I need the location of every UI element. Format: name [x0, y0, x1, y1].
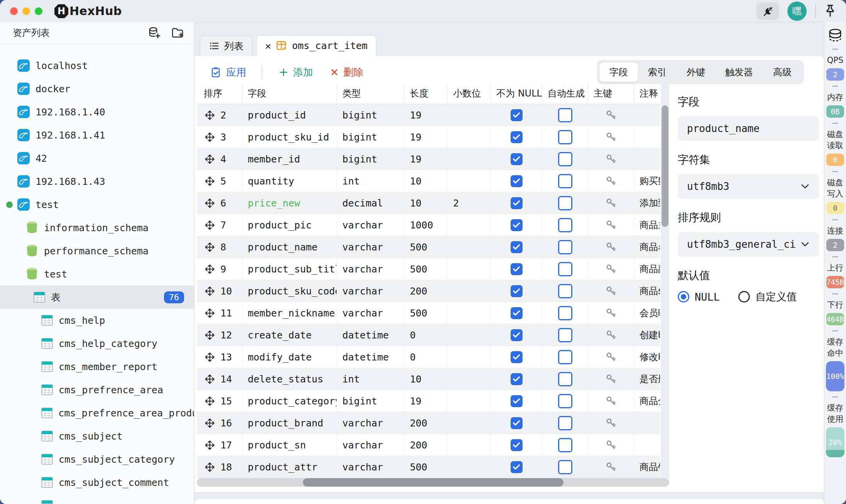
field-row-product_brand[interactable]: 16product_brandvarchar200: [197, 412, 660, 434]
field-name-cell[interactable]: product_sub_title: [242, 258, 337, 280]
comment-cell[interactable]: [634, 126, 660, 148]
length-cell[interactable]: 19: [404, 390, 448, 412]
not-null-checkbox[interactable]: [511, 417, 523, 429]
length-cell[interactable]: 10: [404, 170, 448, 192]
add-group-button[interactable]: [171, 26, 184, 39]
decimals-cell[interactable]: [448, 104, 491, 126]
decimals-cell[interactable]: [448, 390, 491, 412]
not-null-checkbox[interactable]: [511, 197, 523, 209]
drag-reorder-icon[interactable]: [205, 242, 215, 252]
length-cell[interactable]: 10: [404, 368, 448, 390]
not-null-checkbox[interactable]: [511, 109, 523, 121]
type-cell[interactable]: int: [337, 368, 404, 390]
field-row-member_id[interactable]: 4member_idbigint19: [197, 148, 660, 170]
field-name-cell[interactable]: delete_status: [242, 368, 337, 390]
auto-generate-checkbox[interactable]: [558, 240, 572, 254]
comment-cell[interactable]: [634, 148, 660, 170]
vertical-scrollbar[interactable]: [661, 83, 669, 479]
not-null-checkbox[interactable]: [511, 329, 523, 341]
type-cell[interactable]: int: [337, 170, 404, 192]
auto-generate-checkbox[interactable]: [558, 394, 572, 408]
design-tab-外键[interactable]: 外键: [677, 63, 715, 82]
comment-cell[interactable]: [634, 104, 660, 126]
field-name-input[interactable]: product_name: [678, 116, 819, 141]
drag-reorder-icon[interactable]: [205, 198, 215, 208]
length-cell[interactable]: 19: [404, 148, 448, 170]
radio-selected-icon[interactable]: [678, 291, 689, 303]
length-cell[interactable]: 19: [404, 104, 448, 126]
primary-key-icon[interactable]: [606, 286, 616, 296]
decimals-cell[interactable]: [448, 434, 491, 456]
field-name-cell[interactable]: product_attr: [242, 456, 337, 478]
radio-unselected-icon[interactable]: [738, 291, 750, 303]
horizontal-scrollbar-thumb[interactable]: [303, 478, 563, 487]
sidebar-item-192.168.1.40[interactable]: 192.168.1.40: [0, 100, 194, 123]
theme-toggle-button[interactable]: [756, 3, 779, 20]
comment-cell[interactable]: 修改时: [634, 346, 660, 368]
comment-cell[interactable]: 会员昵: [634, 302, 660, 324]
length-cell[interactable]: 0: [404, 346, 448, 368]
length-cell[interactable]: 19: [404, 126, 448, 148]
decimals-cell[interactable]: [448, 368, 491, 390]
comment-cell[interactable]: [634, 434, 660, 456]
decimals-cell[interactable]: [448, 236, 491, 258]
auto-generate-checkbox[interactable]: [558, 416, 572, 430]
drag-reorder-icon[interactable]: [205, 330, 215, 340]
sidebar-item-cms_subject_category[interactable]: cms_subject_category: [0, 448, 194, 471]
sidebar-item-docker[interactable]: docker: [0, 77, 194, 100]
auto-generate-checkbox[interactable]: [558, 108, 572, 122]
field-name-cell[interactable]: member_id: [242, 148, 337, 170]
decimals-cell[interactable]: [448, 324, 491, 346]
auto-generate-checkbox[interactable]: [558, 130, 572, 144]
auto-generate-checkbox[interactable]: [558, 174, 572, 188]
not-null-checkbox[interactable]: [511, 307, 523, 319]
type-cell[interactable]: bigint: [337, 104, 404, 126]
tab-object-list[interactable]: 列表: [200, 36, 252, 56]
comment-cell[interactable]: 购买数: [634, 170, 660, 192]
add-connection-button[interactable]: [148, 26, 161, 39]
sidebar-item-localhost[interactable]: localhost: [0, 54, 194, 77]
comment-cell[interactable]: [634, 412, 660, 434]
auto-generate-checkbox[interactable]: [558, 350, 572, 364]
minimize-window-button[interactable]: [22, 7, 30, 15]
type-cell[interactable]: varchar: [337, 412, 404, 434]
auto-generate-checkbox[interactable]: [558, 196, 572, 210]
length-cell[interactable]: 0: [404, 324, 448, 346]
auto-generate-checkbox[interactable]: [558, 284, 572, 298]
field-name-cell[interactable]: product_name: [242, 236, 337, 258]
type-cell[interactable]: bigint: [337, 126, 404, 148]
decimals-cell[interactable]: [448, 412, 491, 434]
length-cell[interactable]: 500: [404, 302, 448, 324]
field-name-cell[interactable]: product_sn: [242, 434, 337, 456]
drag-reorder-icon[interactable]: [205, 264, 215, 274]
primary-key-icon[interactable]: [606, 176, 616, 186]
sidebar-item-192.168.1.43[interactable]: 192.168.1.43: [0, 170, 194, 193]
field-name-cell[interactable]: product_brand: [242, 412, 337, 434]
drag-reorder-icon[interactable]: [205, 374, 215, 384]
primary-key-icon[interactable]: [606, 396, 616, 406]
field-row-product_sn[interactable]: 17product_snvarchar200: [197, 434, 660, 456]
field-row-product_attr[interactable]: 18product_attrvarchar500商品销: [197, 456, 660, 478]
drag-reorder-icon[interactable]: [205, 176, 215, 186]
field-name-cell[interactable]: modify_date: [242, 346, 337, 368]
field-name-cell[interactable]: create_date: [242, 324, 337, 346]
zoom-window-button[interactable]: [35, 7, 42, 15]
auto-generate-checkbox[interactable]: [558, 438, 572, 452]
decimals-cell[interactable]: [448, 456, 491, 478]
default-null-option[interactable]: NULL: [678, 291, 720, 303]
type-cell[interactable]: varchar: [337, 456, 404, 478]
primary-key-icon[interactable]: [606, 154, 616, 164]
sidebar-item-cms_subject[interactable]: cms_subject: [0, 425, 194, 448]
auto-generate-checkbox[interactable]: [558, 306, 572, 320]
field-name-cell[interactable]: price_new: [242, 192, 337, 214]
length-cell[interactable]: 1000: [404, 214, 448, 236]
type-cell[interactable]: varchar: [337, 302, 404, 324]
field-row-product_sku_id[interactable]: 3product_sku_idbigint19: [197, 126, 660, 148]
drag-reorder-icon[interactable]: [205, 132, 215, 142]
field-row-product_category_id[interactable]: 15product_category_idbigint19商品分: [197, 390, 660, 412]
comment-cell[interactable]: 商品分: [634, 390, 660, 412]
pin-window-button[interactable]: [824, 4, 836, 19]
type-cell[interactable]: varchar: [337, 258, 404, 280]
type-cell[interactable]: bigint: [337, 148, 404, 170]
decimals-cell[interactable]: 2: [448, 192, 491, 214]
